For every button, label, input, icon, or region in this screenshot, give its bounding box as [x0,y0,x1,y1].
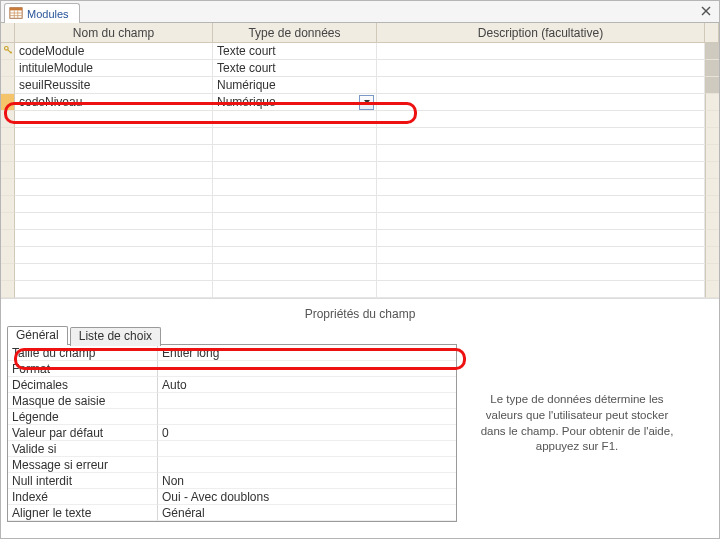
row-selector[interactable] [1,145,15,162]
data-type-cell[interactable]: Texte court [213,43,377,60]
property-value[interactable] [158,393,456,409]
row-selector[interactable] [1,264,15,281]
property-value[interactable]: Non [158,473,456,489]
row-selector[interactable] [1,77,15,94]
tab-general[interactable]: Général [7,326,68,345]
description-cell[interactable] [377,196,705,213]
field-row[interactable]: codeModuleTexte court [1,43,719,60]
field-row[interactable] [1,213,719,230]
data-type-cell[interactable]: Texte court [213,60,377,77]
description-cell[interactable] [377,77,705,94]
field-name-cell[interactable] [15,213,213,230]
field-name-cell[interactable]: codeModule [15,43,213,60]
description-cell[interactable] [377,264,705,281]
field-name-cell[interactable] [15,247,213,264]
row-selector[interactable] [1,162,15,179]
row-selector[interactable] [1,111,15,128]
field-row[interactable] [1,247,719,264]
row-selector[interactable] [1,213,15,230]
field-row[interactable] [1,179,719,196]
scroll-gutter[interactable] [705,60,719,77]
field-name-cell[interactable] [15,264,213,281]
description-cell[interactable] [377,60,705,77]
field-name-cell[interactable]: codeNiveau [15,94,213,111]
field-row[interactable] [1,162,719,179]
field-name-cell[interactable]: seuilReussite [15,77,213,94]
property-value[interactable] [158,441,456,457]
description-cell[interactable] [377,247,705,264]
property-value[interactable]: Auto [158,377,456,393]
property-value[interactable]: 0 [158,425,456,441]
field-row[interactable] [1,128,719,145]
description-cell[interactable] [377,281,705,298]
description-cell[interactable] [377,230,705,247]
field-name-cell[interactable]: intituleModule [15,60,213,77]
property-value[interactable]: Entier long [158,345,456,361]
description-cell[interactable] [377,162,705,179]
field-row[interactable]: codeNiveauNumérique [1,94,719,111]
field-name-cell[interactable] [15,128,213,145]
row-selector[interactable] [1,128,15,145]
property-value[interactable] [158,361,456,377]
data-type-cell[interactable] [213,128,377,145]
data-type-cell[interactable] [213,145,377,162]
field-name-cell[interactable] [15,162,213,179]
row-selector[interactable] [1,60,15,77]
property-value[interactable] [158,457,456,473]
data-type-dropdown-button[interactable] [359,95,374,110]
property-value[interactable] [158,409,456,425]
svg-rect-1 [10,7,22,10]
data-type-cell[interactable] [213,230,377,247]
data-type-cell[interactable]: Numérique [213,77,377,94]
data-type-cell[interactable] [213,264,377,281]
description-cell[interactable] [377,213,705,230]
scroll-gutter[interactable] [705,43,719,60]
field-row[interactable] [1,281,719,298]
field-row[interactable] [1,196,719,213]
header-data-type[interactable]: Type de données [213,23,377,43]
properties-area: Général Liste de choix Taille du champEn… [1,325,719,522]
field-row[interactable] [1,264,719,281]
field-row[interactable] [1,230,719,247]
row-selector[interactable] [1,179,15,196]
row-selector[interactable] [1,281,15,298]
row-selector[interactable] [1,247,15,264]
description-cell[interactable] [377,94,705,111]
property-value[interactable]: Oui - Avec doublons [158,489,456,505]
data-type-cell[interactable]: Numérique [213,94,377,111]
object-tab-modules[interactable]: Modules [4,3,80,23]
data-type-cell[interactable] [213,196,377,213]
property-value[interactable]: Général [158,505,456,521]
row-selector[interactable] [1,94,15,111]
close-tab-button[interactable] [699,4,713,18]
description-cell[interactable] [377,145,705,162]
data-type-cell[interactable] [213,213,377,230]
data-type-cell[interactable] [213,162,377,179]
field-name-cell[interactable] [15,145,213,162]
data-type-cell[interactable] [213,281,377,298]
field-name-cell[interactable] [15,179,213,196]
data-type-cell[interactable] [213,179,377,196]
field-row[interactable]: seuilReussiteNumérique [1,77,719,94]
description-cell[interactable] [377,128,705,145]
field-name-cell[interactable] [15,230,213,247]
row-selector[interactable] [1,43,15,60]
tab-lookup[interactable]: Liste de choix [70,327,161,346]
header-field-name[interactable]: Nom du champ [15,23,213,43]
scroll-gutter[interactable] [705,77,719,94]
field-row[interactable]: intituleModuleTexte court [1,60,719,77]
row-selector[interactable] [1,196,15,213]
field-row[interactable] [1,111,719,128]
description-cell[interactable] [377,179,705,196]
field-row[interactable] [1,145,719,162]
description-cell[interactable] [377,111,705,128]
field-name-cell[interactable] [15,111,213,128]
description-cell[interactable] [377,43,705,60]
field-name-cell[interactable] [15,196,213,213]
row-selector[interactable] [1,230,15,247]
data-type-cell[interactable] [213,247,377,264]
data-type-cell[interactable] [213,111,377,128]
field-name-cell[interactable] [15,281,213,298]
header-description[interactable]: Description (facultative) [377,23,705,43]
primary-key-icon [3,44,13,58]
